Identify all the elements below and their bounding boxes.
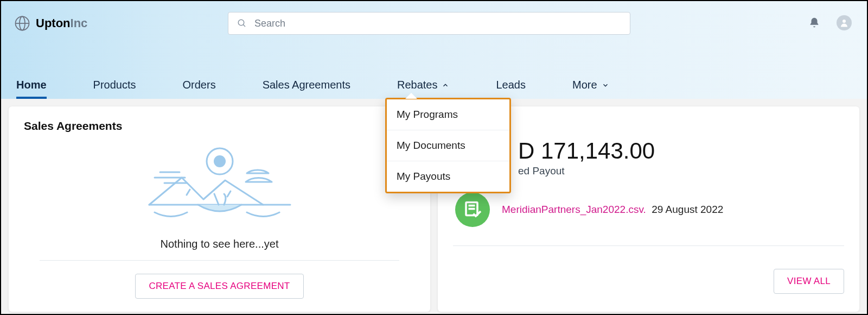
create-sales-agreement-button[interactable]: CREATE A SALES AGREEMENT xyxy=(135,274,303,299)
file-check-icon xyxy=(455,192,490,227)
search-input[interactable] xyxy=(254,18,621,29)
user-icon xyxy=(839,18,849,28)
brand-logo: UptonInc xyxy=(14,15,87,32)
chevron-up-icon xyxy=(442,81,449,89)
payout-amount: D 171,143.00 xyxy=(453,138,844,164)
svg-line-4 xyxy=(243,24,245,27)
empty-message: Nothing to see here...yet xyxy=(161,238,279,250)
search-box[interactable] xyxy=(228,12,630,35)
empty-illustration: Nothing to see here...yet xyxy=(24,137,415,250)
payout-file-link[interactable]: MeridianPartners_Jan2022.csv. xyxy=(502,204,646,215)
svg-point-5 xyxy=(843,20,846,23)
rebates-dropdown: My Programs My Documents My Payouts xyxy=(385,98,511,193)
notifications-icon[interactable] xyxy=(808,17,820,29)
user-avatar[interactable] xyxy=(837,15,852,30)
dropdown-my-programs[interactable]: My Programs xyxy=(387,99,509,130)
search-icon xyxy=(237,18,247,28)
payout-label: ed Payout xyxy=(453,165,844,177)
nav-leads[interactable]: Leads xyxy=(496,79,526,99)
payout-file-row: MeridianPartners_Jan2022.csv. 29 August … xyxy=(453,192,844,227)
svg-point-3 xyxy=(238,20,244,26)
sales-agreements-card: Sales Agreements Nothing to see here...y… xyxy=(9,106,430,312)
svg-point-7 xyxy=(214,155,226,167)
card-title: Sales Agreements xyxy=(24,119,415,133)
payout-file-date: 29 August 2022 xyxy=(652,204,723,215)
nav-orders[interactable]: Orders xyxy=(183,79,216,99)
top-actions xyxy=(808,15,852,30)
globe-icon xyxy=(14,15,30,32)
nav-home[interactable]: Home xyxy=(16,79,47,99)
chevron-down-icon xyxy=(602,81,609,89)
dropdown-my-payouts[interactable]: My Payouts xyxy=(387,161,509,192)
dropdown-my-documents[interactable]: My Documents xyxy=(387,130,509,161)
nav-products[interactable]: Products xyxy=(93,79,136,99)
brand-name: UptonInc xyxy=(36,16,87,30)
mountain-boat-illustration xyxy=(138,137,301,235)
main-nav: Home Products Orders Sales Agreements Re… xyxy=(1,67,867,99)
nav-sales-agreements[interactable]: Sales Agreements xyxy=(263,79,350,99)
top-bar: UptonInc Home Products Orders Sales Agre… xyxy=(1,1,867,99)
nav-more[interactable]: More xyxy=(572,79,609,99)
view-all-button[interactable]: VIEW ALL xyxy=(774,269,844,294)
